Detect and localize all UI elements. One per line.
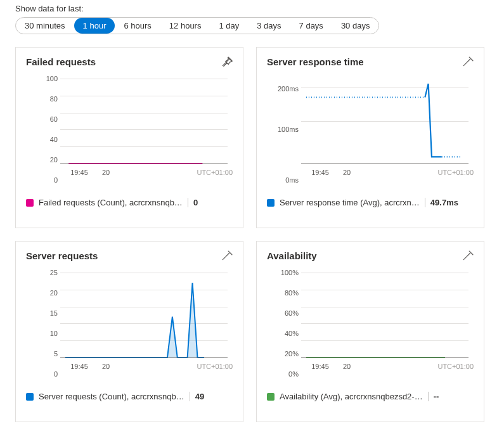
x-tick: 20	[102, 169, 110, 176]
card-title: Failed requests	[26, 56, 233, 67]
x-tick: 19:45	[311, 363, 329, 370]
x-tick: 19:45	[70, 363, 88, 370]
legend-value: 49	[190, 392, 204, 401]
chart-server-response-time[interactable]: 0ms 100ms 200ms 19:45 20 UTC+01:00	[267, 79, 474, 180]
legend-text: Server response time (Avg), acrcrxn…	[280, 198, 420, 207]
plot-line	[301, 273, 468, 358]
chart-server-requests[interactable]: 0 5 10 15 20 25 19:45 20 UTC+01:00	[26, 273, 233, 374]
card-server-response-time: Server response time 0ms 100ms 200ms 19:…	[256, 47, 484, 228]
x-tick: 19:45	[70, 169, 88, 176]
y-tick: 25	[26, 269, 58, 276]
y-tick: 80%	[267, 289, 299, 297]
legend-text: Failed requests (Count), acrcrxnsnqb…	[39, 198, 183, 207]
pill-30m[interactable]: 30 minutes	[16, 18, 74, 34]
y-tick: 100	[26, 75, 58, 82]
y-tick: 0	[26, 176, 58, 184]
pin-icon[interactable]	[462, 250, 474, 262]
tz-label: UTC+01:00	[197, 169, 233, 176]
pin-icon[interactable]	[462, 56, 474, 68]
x-tick: 20	[343, 363, 351, 370]
x-tick: 20	[102, 363, 110, 370]
chart-availability[interactable]: 0% 20% 40% 60% 80% 100% 19:45 20 UTC+01:…	[267, 273, 474, 374]
time-range-pills: 30 minutes 1 hour 6 hours 12 hours 1 day…	[15, 17, 379, 34]
legend-value: --	[428, 392, 439, 401]
y-tick: 20%	[267, 350, 299, 358]
pill-6h[interactable]: 6 hours	[115, 18, 160, 34]
chart-failed-requests[interactable]: 0 20 40 60 80 100 19:45 20 UTC+01:00	[26, 79, 233, 180]
pin-icon[interactable]	[221, 56, 233, 68]
legend: Failed requests (Count), acrcrxnsnqb… 0	[26, 198, 233, 207]
pill-1d[interactable]: 1 day	[210, 18, 248, 34]
plot-line	[60, 79, 228, 164]
tz-label: UTC+01:00	[437, 363, 474, 370]
y-tick: 100%	[267, 269, 299, 276]
y-tick: 20	[26, 156, 58, 164]
y-tick: 0%	[267, 370, 299, 378]
y-tick: 100ms	[267, 126, 299, 133]
y-tick: 20	[26, 289, 58, 297]
pin-icon[interactable]	[221, 250, 233, 262]
tz-label: UTC+01:00	[197, 363, 233, 370]
tz-label: UTC+01:00	[437, 169, 474, 176]
y-tick: 0	[26, 370, 58, 378]
card-title: Server requests	[26, 250, 233, 261]
card-server-requests: Server requests 0 5 10 15 20 25 19:45	[15, 241, 243, 422]
legend-text: Server requests (Count), acrcrxnsnqb…	[39, 392, 184, 401]
legend-value: 0	[188, 198, 198, 207]
legend-swatch	[267, 393, 275, 401]
pill-30d[interactable]: 30 days	[332, 18, 379, 34]
legend: Server requests (Count), acrcrxnsnqb… 49	[26, 392, 233, 401]
time-range-label: Show data for last:	[15, 4, 504, 13]
y-tick: 80	[26, 95, 58, 103]
card-availability: Availability 0% 20% 40% 60% 80% 100% 19	[256, 241, 484, 422]
legend: Availability (Avg), acrcrxnsnqbezsd2-… -…	[267, 392, 474, 401]
y-tick: 40%	[267, 330, 299, 337]
y-tick: 15	[26, 309, 58, 317]
y-tick: 10	[26, 330, 58, 337]
card-title: Availability	[267, 250, 474, 261]
plot-line	[301, 79, 468, 164]
y-tick: 200ms	[267, 85, 299, 93]
legend: Server response time (Avg), acrcrxn… 49.…	[267, 198, 474, 207]
plot-line	[60, 273, 228, 358]
y-tick: 60	[26, 115, 58, 123]
pill-7d[interactable]: 7 days	[290, 18, 332, 34]
y-tick: 5	[26, 350, 58, 358]
pill-1h[interactable]: 1 hour	[74, 18, 115, 34]
y-tick: 0ms	[267, 176, 299, 184]
legend-value: 49.7ms	[425, 198, 458, 207]
pill-12h[interactable]: 12 hours	[160, 18, 210, 34]
legend-text: Availability (Avg), acrcrxnsnqbezsd2-…	[280, 392, 423, 401]
legend-swatch	[26, 199, 34, 207]
y-tick: 40	[26, 136, 58, 143]
legend-swatch	[26, 393, 34, 401]
card-failed-requests: Failed requests 0 20 40 60 80 100 19:45	[15, 47, 243, 228]
y-tick: 60%	[267, 309, 299, 317]
x-tick: 20	[343, 169, 351, 176]
x-tick: 19:45	[311, 169, 329, 176]
card-title: Server response time	[267, 56, 474, 67]
legend-swatch	[267, 199, 275, 207]
pill-3d[interactable]: 3 days	[248, 18, 290, 34]
